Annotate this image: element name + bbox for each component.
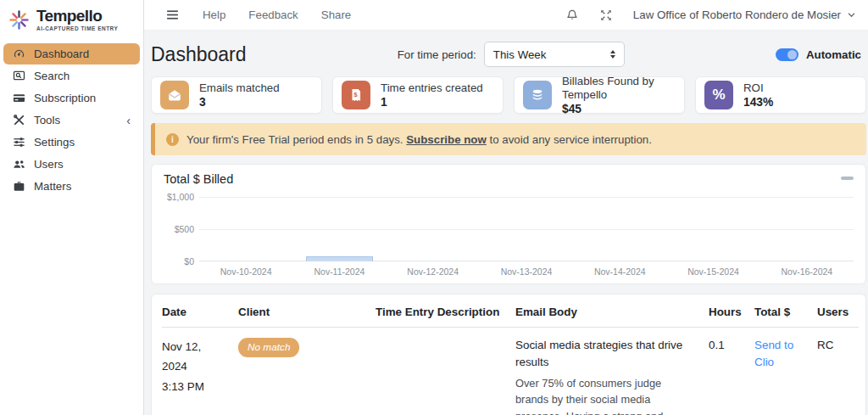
stat-card-billables-found-by-tempello: Billables Found by Tempello$45 <box>514 76 685 114</box>
total-link[interactable]: Send to Clio <box>754 339 793 368</box>
stat-label: Time entries created <box>381 81 483 95</box>
logo-name: Tempello <box>36 8 118 24</box>
hamburger-menu-icon[interactable] <box>165 8 180 22</box>
automatic-group: Automatic <box>776 48 866 61</box>
column-header-users: Users <box>817 294 859 328</box>
chart-title: Total $ Billed <box>164 172 233 186</box>
page-header: Dashboard For time period: This Week Aut… <box>151 42 866 67</box>
alert-text-before: Your firm's Free Trial period ends in 5 … <box>186 133 406 146</box>
sidebar-item-subscription[interactable]: Subscription <box>3 87 140 109</box>
table-row[interactable]: Nov 12, 20243:13 PMNo matchSocial media … <box>162 328 859 415</box>
chart-slot <box>387 197 480 261</box>
sidebar-item-label: Dashboard <box>34 48 89 60</box>
cell-total: Send to Clio <box>754 328 817 415</box>
time-value: 3:13 PM <box>162 377 228 396</box>
svg-text:$: $ <box>353 91 358 98</box>
time-period-select[interactable]: This Week <box>484 42 625 67</box>
cell-client: No match <box>238 328 376 415</box>
stat-label: Emails matched <box>199 81 280 95</box>
credit-card-icon <box>13 92 25 104</box>
topbar-item-help[interactable]: Help <box>203 8 225 21</box>
briefcase-icon <box>13 180 25 193</box>
chart-slot <box>573 197 666 261</box>
sidebar-item-label: Matters <box>34 180 71 193</box>
topbar-item-share[interactable]: Share <box>321 8 351 21</box>
column-header-client: Client <box>238 294 376 328</box>
percent-icon: % <box>704 81 733 109</box>
stat-card-emails-matched: Emails matched3 <box>151 76 322 114</box>
y-tick-label: $1,000 <box>167 192 194 202</box>
stat-text: ROI143% <box>743 81 773 109</box>
y-tick-label: $0 <box>184 256 194 266</box>
column-header-time-entry-description: Time Entry Description <box>376 294 515 328</box>
stat-label: Billables Found by Tempello <box>562 75 676 102</box>
chart-header: Total $ Billed <box>164 172 854 186</box>
sidebar-item-label: Tools <box>34 114 60 126</box>
x-tick-label: Nov-10-2024 <box>199 266 292 277</box>
account-menu[interactable]: Law Office of Roberto Rondero de Mosier <box>633 8 856 21</box>
x-tick-label: Nov-14-2024 <box>573 266 666 277</box>
subscribe-now-link[interactable]: Subscribe now <box>406 133 487 146</box>
column-header-email-body: Email Body <box>515 294 709 328</box>
stat-cards: Emails matched3$Time entries created1Bil… <box>151 76 866 114</box>
time-period-group: For time period: This Week <box>398 42 625 67</box>
topbar-item-feedback[interactable]: Feedback <box>248 8 298 21</box>
table-header-row: DateClientTime Entry DescriptionEmail Bo… <box>162 294 859 328</box>
y-axis-labels: $1,000$500$0 <box>164 197 194 261</box>
dashboard-icon <box>13 48 25 60</box>
receipt-icon: $ <box>342 81 370 109</box>
entries-table-card: DateClientTime Entry DescriptionEmail Bo… <box>151 294 866 415</box>
fullscreen-expand-icon[interactable] <box>599 8 613 22</box>
chart-bar[interactable] <box>306 256 373 261</box>
collapse-chart-button[interactable] <box>841 177 854 180</box>
x-tick-label: Nov-16-2024 <box>760 266 854 277</box>
users-icon <box>13 158 25 171</box>
no-match-badge: No match <box>238 338 299 357</box>
app-window: Tempello AI-CAPTURED TIME ENTRY Dashboar… <box>0 0 868 415</box>
trial-alert-banner: i Your firm's Free Trial period ends in … <box>151 123 866 155</box>
time-period-value: This Week <box>493 48 547 61</box>
sliders-icon <box>13 136 25 149</box>
email-preview: Over 75% of consumers judge brands by th… <box>515 375 695 415</box>
sidebar-item-label: Search <box>34 70 70 82</box>
notifications-bell-icon[interactable] <box>565 8 579 22</box>
chart-slot <box>292 197 386 261</box>
alert-text-after: to avoid any service interruption. <box>487 133 652 146</box>
stat-value: 1 <box>381 96 483 109</box>
sidebar-item-users[interactable]: Users <box>3 154 140 175</box>
main-area: HelpFeedbackShare Law Office of Roberto … <box>144 0 868 415</box>
page-title: Dashboard <box>151 43 247 66</box>
info-icon: i <box>166 133 179 146</box>
x-axis-labels: Nov-10-2024Nov-11-2024Nov-12-2024Nov-13-… <box>199 266 854 277</box>
cell-hours: 0.1 <box>709 328 754 415</box>
topbar-menu: HelpFeedbackShare <box>203 8 351 21</box>
chart-slot <box>760 197 854 261</box>
cell-description <box>376 328 515 415</box>
x-tick-label: Nov-12-2024 <box>387 266 480 277</box>
sidebar-item-dashboard[interactable]: Dashboard <box>3 43 140 64</box>
x-tick-label: Nov-13-2024 <box>480 266 573 277</box>
sidebar-item-label: Subscription <box>34 92 96 104</box>
sidebar-item-matters[interactable]: Matters <box>3 176 140 197</box>
sidebar-item-tools[interactable]: Tools‹ <box>3 109 140 131</box>
logo-tagline: AI-CAPTURED TIME ENTRY <box>36 25 118 31</box>
envelope-icon <box>160 81 189 109</box>
tempello-logo[interactable]: Tempello AI-CAPTURED TIME ENTRY <box>0 0 143 37</box>
chart-slot <box>666 197 760 261</box>
automatic-toggle[interactable] <box>776 48 798 61</box>
chart-slot <box>480 197 573 261</box>
stat-card-roi: %ROI143% <box>695 76 866 114</box>
sidebar-item-search[interactable]: Search <box>3 65 140 87</box>
stat-value: 143% <box>743 96 773 109</box>
alert-text: Your firm's Free Trial period ends in 5 … <box>186 133 652 146</box>
column-header-hours: Hours <box>709 294 754 328</box>
logo-starburst-icon <box>8 8 31 31</box>
chevron-collapsed-icon: ‹ <box>126 115 131 126</box>
sidebar-item-settings[interactable]: Settings <box>3 132 140 153</box>
chart-bars <box>199 197 854 261</box>
search-icon <box>13 70 25 82</box>
column-header-total: Total $ <box>754 294 817 328</box>
entries-table: DateClientTime Entry DescriptionEmail Bo… <box>162 294 859 415</box>
stat-text: Time entries created1 <box>381 81 483 109</box>
stat-value: $45 <box>562 103 676 115</box>
